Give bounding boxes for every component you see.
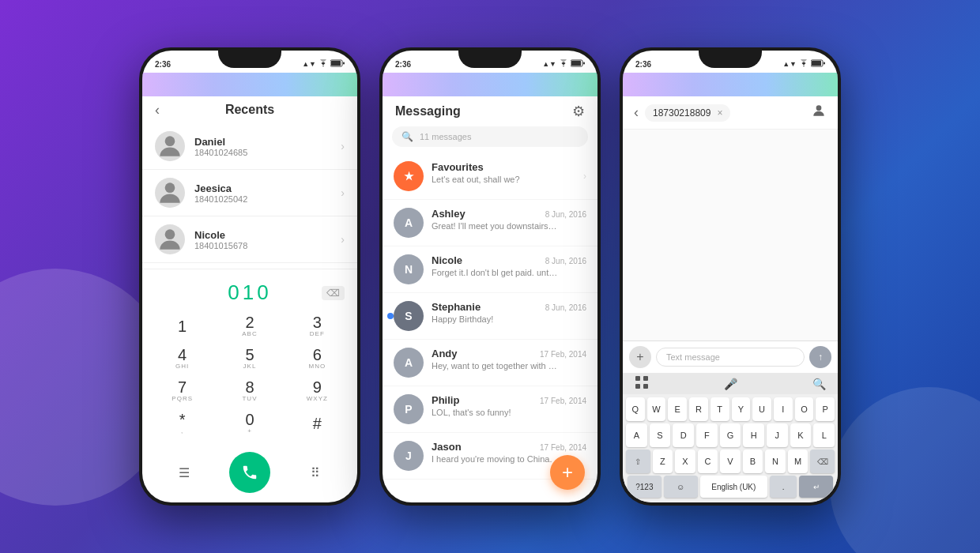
contact-item[interactable]: Jeesica 18401025042 › — [142, 170, 357, 216]
contact-item[interactable]: Philip ✕ — [142, 263, 357, 269]
dial-key-5[interactable]: 5 JKL — [216, 342, 283, 374]
mic-icon[interactable]: 🎤 — [721, 378, 740, 390]
key-K[interactable]: K — [790, 423, 812, 447]
key-language[interactable]: English (UK) — [700, 476, 768, 498]
key-period[interactable]: . — [770, 476, 797, 498]
dial-key-1[interactable]: 1 — [149, 310, 216, 342]
key-numbers[interactable]: ?123 — [628, 476, 662, 498]
avatar — [155, 178, 185, 208]
dial-number: 010 — [228, 280, 271, 305]
dial-key-9[interactable]: 9 WXYZ — [284, 374, 351, 407]
conversation-item-favourites[interactable]: ★ Favourites Let's eat out, shall we? › — [383, 153, 597, 200]
wave-decoration-1 — [142, 73, 357, 96]
time-1: 2:36 — [155, 60, 171, 69]
signal-icon-2: ▲▼ — [542, 60, 556, 68]
menu-icon[interactable]: ☰ — [170, 458, 198, 487]
shift-key[interactable]: ⇧ — [626, 450, 650, 473]
backspace-button[interactable]: ⌫ — [322, 286, 345, 300]
keyboard-search-icon[interactable]: 🔍 — [809, 378, 828, 390]
key-Y[interactable]: Y — [732, 397, 751, 421]
ashley-avatar: A — [394, 208, 424, 238]
key-C[interactable]: C — [698, 450, 718, 473]
key-M[interactable]: M — [788, 450, 808, 473]
key-U[interactable]: U — [752, 397, 771, 421]
key-F[interactable]: F — [696, 423, 718, 447]
message-list: ★ Favourites Let's eat out, shall we? › … — [383, 153, 597, 502]
key-enter[interactable]: ↵ — [799, 476, 833, 498]
dial-key-8[interactable]: 8 TUV — [216, 374, 283, 407]
settings-icon[interactable]: ⚙ — [572, 103, 585, 120]
key-V[interactable]: V — [720, 450, 741, 473]
key-T[interactable]: T — [710, 397, 729, 421]
key-I[interactable]: I — [774, 397, 793, 421]
contact-info: Jeesica 18401025042 — [194, 182, 341, 204]
key-A[interactable]: A — [626, 423, 647, 447]
dial-key-3[interactable]: 3 DEF — [284, 310, 351, 342]
key-D[interactable]: D — [673, 423, 694, 447]
avatar — [155, 131, 185, 161]
chevron-right-icon: › — [341, 233, 345, 246]
contact-profile-icon[interactable] — [811, 103, 827, 122]
backspace-key[interactable]: ⌫ — [810, 450, 835, 473]
chat-messages — [623, 130, 838, 340]
phone-notch-1 — [218, 51, 281, 68]
message-search[interactable]: 🔍 11 messages — [392, 126, 588, 147]
key-W[interactable]: W — [647, 397, 666, 421]
key-B[interactable]: B — [743, 450, 763, 473]
send-button[interactable]: ↑ — [809, 346, 831, 368]
phone1-bottom: ☰ ⠿ — [142, 446, 357, 502]
dial-key-7[interactable]: 7 PQRS — [149, 374, 216, 407]
back-button-1[interactable]: ‹ — [155, 102, 160, 118]
svg-rect-15 — [643, 376, 648, 381]
dialpad-area: 010 ⌫ 1 2 ABC 3 DEF — [142, 269, 357, 446]
keyboard-row-1: Q W E R T Y U I O P — [626, 397, 835, 421]
key-E[interactable]: E — [668, 397, 687, 421]
dial-key-star[interactable]: * , — [149, 407, 216, 439]
dial-key-6[interactable]: 6 MNO — [284, 342, 351, 374]
dial-key-hash[interactable]: # — [284, 407, 351, 439]
contact-item[interactable]: Daniel 18401024685 › — [142, 123, 357, 170]
msg-content: Nicole 8 Jun, 2016 Forget it.I don't bl … — [432, 254, 586, 277]
close-contact-button[interactable]: × — [717, 107, 722, 118]
key-emoji[interactable]: ☺ — [664, 476, 698, 498]
compose-fab-button[interactable]: + — [550, 455, 585, 490]
conversation-item-ashley[interactable]: A Ashley 8 Jun, 2016 Great! I'll meet yo… — [383, 200, 597, 246]
msg-content: Stephanie 8 Jun, 2016 Happy Birthday! — [432, 301, 586, 324]
keyboard-row-2: A S D F G H J K L — [626, 423, 835, 447]
conversation-item-philip[interactable]: P Philip 17 Feb, 2014 LOL, that's so fun… — [383, 386, 597, 433]
key-G[interactable]: G — [720, 423, 741, 447]
conversation-item-andy[interactable]: A Andy 17 Feb, 2014 Hey, want to get tog… — [383, 340, 597, 386]
key-O[interactable]: O — [795, 397, 814, 421]
back-button-3[interactable]: ‹ — [634, 104, 639, 121]
attach-button[interactable]: + — [629, 346, 651, 368]
contact-list: Daniel 18401024685 › Jeesica 18401025042… — [142, 123, 357, 269]
dial-display: 010 ⌫ — [142, 276, 357, 310]
dial-key-4[interactable]: 4 GHI — [149, 342, 216, 374]
key-Q[interactable]: Q — [626, 397, 645, 421]
key-J[interactable]: J — [767, 423, 788, 447]
keyboard-row-bottom: ?123 ☺ English (UK) . ↵ — [626, 476, 835, 501]
conversation-item-nicole[interactable]: N Nicole 8 Jun, 2016 Forget it.I don't b… — [383, 246, 597, 293]
key-Z[interactable]: Z — [653, 450, 673, 473]
message-input[interactable]: Text message — [656, 348, 805, 367]
battery-icon-2 — [571, 59, 585, 69]
svg-point-4 — [165, 182, 175, 193]
contact-item[interactable]: Nicole 18401015678 › — [142, 216, 357, 263]
key-X[interactable]: X — [675, 450, 695, 473]
dial-key-2[interactable]: 2 ABC — [216, 310, 283, 342]
battery-icon-3 — [811, 59, 825, 69]
key-P[interactable]: P — [816, 397, 835, 421]
key-S[interactable]: S — [650, 423, 671, 447]
conversation-item-stephanie[interactable]: S Stephanie 8 Jun, 2016 Happy Birthday! — [383, 293, 597, 340]
svg-rect-14 — [635, 376, 640, 381]
key-N[interactable]: N — [765, 450, 786, 473]
key-L[interactable]: L — [813, 423, 835, 447]
contact-info: Daniel 18401024685 — [194, 136, 341, 157]
phone-1-recents: 2:36 ▲▼ — [139, 47, 360, 506]
keypad-icon[interactable]: ⠿ — [301, 458, 330, 487]
dial-key-0[interactable]: 0 + — [216, 407, 283, 439]
call-button[interactable] — [229, 452, 270, 493]
keyboard-grid-icon[interactable] — [632, 376, 651, 391]
key-H[interactable]: H — [743, 423, 764, 447]
key-R[interactable]: R — [689, 397, 708, 421]
